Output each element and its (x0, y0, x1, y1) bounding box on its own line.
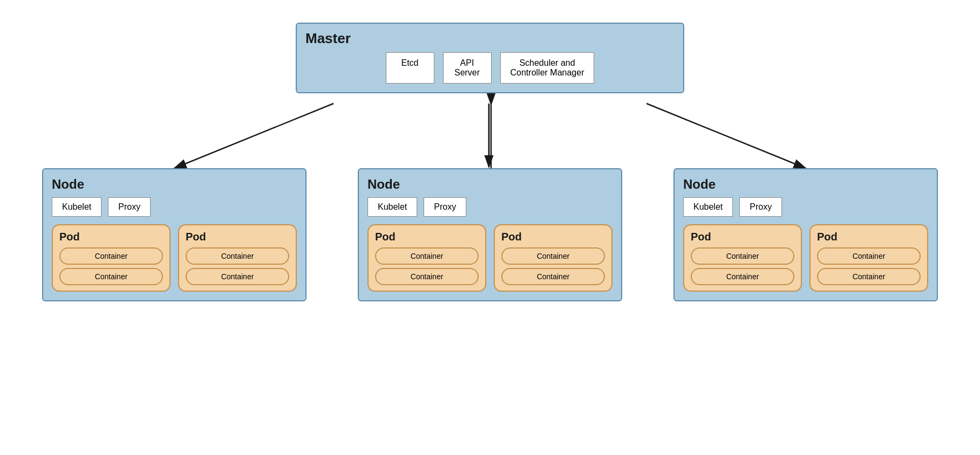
proxy-left: Proxy (108, 197, 151, 217)
node-left-pods: Pod Container Container Pod Container Co… (52, 224, 297, 292)
node-right-pods: Pod Container Container Pod Container Co… (683, 224, 928, 292)
svg-line-6 (646, 104, 806, 168)
node-left: Node Kubelet Proxy Pod Container Contain… (42, 168, 307, 301)
container: Container (817, 247, 921, 265)
container: Container (59, 247, 163, 265)
pod-center-1: Pod Container Container (368, 224, 486, 292)
node-right: Node Kubelet Proxy Pod Container Contain… (673, 168, 938, 301)
pod-center-2-label: Pod (501, 231, 605, 243)
node-left-label: Node (52, 177, 297, 192)
container: Container (501, 247, 605, 265)
container: Container (691, 247, 794, 265)
container: Container (501, 268, 605, 285)
scheduler-box: Scheduler andController Manager (500, 52, 595, 84)
proxy-center: Proxy (424, 197, 466, 217)
node-center-label: Node (368, 177, 612, 192)
master-box: Master Etcd APIServer Scheduler andContr… (296, 23, 684, 93)
node-center-services: Kubelet Proxy (368, 197, 612, 217)
pod-right-2-label: Pod (817, 231, 921, 243)
container: Container (375, 247, 479, 265)
node-right-label: Node (683, 177, 928, 192)
pod-left-1-label: Pod (59, 231, 163, 243)
node-left-services: Kubelet Proxy (52, 197, 297, 217)
kubelet-center: Kubelet (368, 197, 417, 217)
container: Container (691, 268, 794, 285)
pod-center-2: Pod Container Container (494, 224, 612, 292)
container: Container (186, 268, 289, 285)
container: Container (817, 268, 921, 285)
master-label: Master (305, 30, 675, 47)
kubelet-left: Kubelet (52, 197, 101, 217)
pod-left-1: Pod Container Container (52, 224, 171, 292)
pod-right-1-label: Pod (691, 231, 794, 243)
svg-line-1 (174, 104, 334, 168)
container: Container (186, 247, 289, 265)
node-center: Node Kubelet Proxy Pod Container Contain… (358, 168, 622, 301)
pod-center-1-label: Pod (375, 231, 479, 243)
master-components: Etcd APIServer Scheduler andController M… (305, 52, 675, 84)
etcd-box: Etcd (386, 52, 434, 84)
proxy-right: Proxy (739, 197, 782, 217)
pod-right-2: Pod Container Container (809, 224, 928, 292)
kubernetes-diagram: Master Etcd APIServer Scheduler andContr… (31, 12, 949, 443)
node-right-services: Kubelet Proxy (683, 197, 928, 217)
api-server-box: APIServer (443, 52, 492, 84)
pod-left-2: Pod Container Container (178, 224, 297, 292)
kubelet-right: Kubelet (683, 197, 733, 217)
container: Container (375, 268, 479, 285)
node-center-pods: Pod Container Container Pod Container Co… (368, 224, 612, 292)
pod-right-1: Pod Container Container (683, 224, 802, 292)
container: Container (59, 268, 163, 285)
pod-left-2-label: Pod (186, 231, 289, 243)
